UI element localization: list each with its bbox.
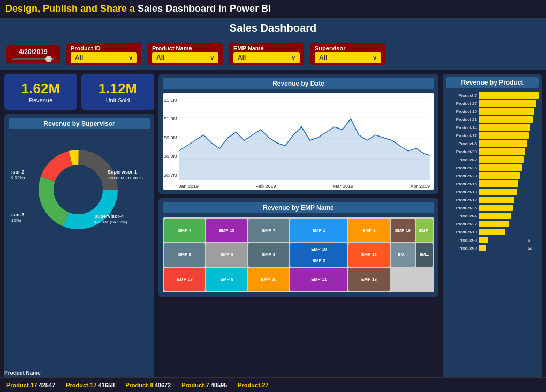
emp-16-cell: EMP-16 bbox=[348, 243, 389, 266]
bar-item: Product-26 bbox=[446, 164, 539, 171]
right-panel: Revenue by Product Product-7Product-27Pr… bbox=[443, 74, 542, 390]
svg-text:0.54%): 0.54%) bbox=[11, 175, 25, 180]
bar-item: Product-7 bbox=[446, 92, 539, 99]
bar-item: Product-17 bbox=[446, 132, 539, 139]
x-axis: Jan 2019 Feb 2019 Mar 2019 Apr 2019 bbox=[179, 184, 430, 189]
bar-item: Product-15 bbox=[446, 108, 539, 115]
svg-point-5 bbox=[61, 172, 95, 207]
line-chart-area: $1.1M $1.0M $0.9M $0.8M $0.7M bbox=[163, 93, 434, 190]
main-content: 1.62M Revenue 1.12M Unit Sold Revenue by… bbox=[0, 70, 546, 392]
status-item-5: Product-27 bbox=[238, 382, 268, 388]
product-id-filter[interactable]: Product ID All bbox=[66, 43, 141, 65]
svg-text:Supervisor-4: Supervisor-4 bbox=[94, 214, 124, 219]
svg-text:Supervisor-1: Supervisor-1 bbox=[108, 169, 137, 175]
bar-item: Product-22 bbox=[446, 221, 539, 227]
bar-item: Product-9$2 bbox=[446, 245, 539, 251]
bar-item: Product-13 bbox=[446, 189, 539, 195]
status-item-2: Product-17 41658 bbox=[66, 382, 115, 388]
y-axis: $1.1M $1.0M $0.9M $0.8M $0.7M bbox=[164, 97, 177, 178]
bar-item: Product-25 bbox=[446, 205, 539, 211]
revenue-by-emp-card: Revenue by EMP Name EMP-4 EMP-15 EMP-7 E… bbox=[158, 198, 438, 297]
emp-13-cell: EMP-13 bbox=[348, 268, 389, 291]
emp-extra2-cell: EM... bbox=[391, 243, 415, 266]
status-item-3: Product-8 40672 bbox=[125, 382, 171, 388]
slider-thumb[interactable] bbox=[46, 56, 52, 62]
revenue-date-title: Revenue by Date bbox=[163, 78, 434, 89]
kpi-row: 1.62M Revenue 1.12M Unit Sold bbox=[4, 74, 154, 110]
emp-6-cell: EMP-6 bbox=[206, 268, 247, 291]
bar-item: Product-2 bbox=[446, 156, 539, 163]
bar-item: Product-16 bbox=[446, 180, 539, 187]
center-panel: Revenue by Date $1.1M $1.0M $0.9M $0.8M … bbox=[158, 74, 438, 390]
supervisor-filter[interactable]: Supervisor All bbox=[310, 43, 385, 65]
emp-10-5-cell: EMP-10 EMP-5 bbox=[290, 243, 347, 266]
donut-chart-svg: Supervisor-1 $30.03M (31.08%) isor-2 0.5… bbox=[9, 133, 158, 240]
unit-sold-label: Unit Sold bbox=[90, 97, 146, 103]
svg-text:$30.03M (31.08%): $30.03M (31.08%) bbox=[108, 176, 143, 180]
bar-item: Product-8$ bbox=[446, 237, 539, 243]
dashboard-title: Sales Dashboard bbox=[4, 22, 542, 34]
bar-item: Product-14 bbox=[446, 124, 539, 131]
left-panel: 1.62M Revenue 1.12M Unit Sold Revenue by… bbox=[4, 74, 154, 390]
product-name-filter[interactable]: Product Name All bbox=[148, 43, 223, 65]
emp-9-cell: EMP-9 bbox=[206, 243, 247, 266]
emp-1-cell: EMP-1 bbox=[290, 219, 347, 242]
top-banner: Design, Publish and Share a Sales Dashbo… bbox=[0, 0, 546, 18]
emp-3-cell: EMP-3 bbox=[164, 243, 205, 266]
svg-text:isor-2: isor-2 bbox=[11, 169, 25, 175]
emp-extra-cell: EMP- bbox=[416, 219, 433, 242]
bar-item: Product-19 bbox=[446, 229, 539, 235]
unit-sold-kpi: 1.12M Unit Sold bbox=[81, 74, 154, 110]
emp-name-filter[interactable]: EMP Name All bbox=[229, 43, 304, 65]
filters-row: 4/20/2019 Product ID All Product Name Al… bbox=[0, 39, 546, 70]
emp-7-cell: EMP-7 bbox=[248, 219, 289, 242]
svg-text:isor-3: isor-3 bbox=[11, 212, 25, 217]
emp-19-cell: EMP-19 bbox=[391, 219, 415, 242]
emp-extra3-cell: EM... bbox=[416, 243, 433, 266]
line-chart-svg bbox=[179, 97, 430, 180]
supervisor-chart-title: Revenue by Supervisor bbox=[9, 118, 150, 129]
emp-4-cell: EMP-4 bbox=[164, 219, 205, 242]
bar-item: Product-4 bbox=[446, 213, 539, 219]
bar-item: Product-28 bbox=[446, 172, 539, 179]
status-bar: Product-17 42547 Product-17 41658 Produc… bbox=[0, 377, 546, 392]
bar-item: Product-21 bbox=[446, 116, 539, 123]
dashboard-header: Sales Dashboard bbox=[0, 18, 546, 39]
revenue-emp-title: Revenue by EMP Name bbox=[163, 202, 434, 213]
svg-text:16%): 16%) bbox=[11, 218, 21, 223]
treemap: EMP-4 EMP-15 EMP-7 EMP-1 EMP-2 EMP-19 EM… bbox=[163, 217, 434, 292]
emp-20-cell: EMP-20 bbox=[248, 268, 289, 291]
emp-8-cell: EMP-8 bbox=[248, 243, 289, 266]
product-name-label: Product Name bbox=[4, 370, 41, 376]
status-item-1: Product-17 42547 bbox=[6, 382, 55, 388]
emp-11-cell: EMP-11 bbox=[290, 268, 347, 291]
bar-item: Product-6 bbox=[446, 140, 539, 147]
svg-text:$23.4M (24.22%): $23.4M (24.22%) bbox=[94, 220, 127, 224]
revenue-product-title: Revenue by Product bbox=[446, 77, 539, 88]
revenue-kpi: 1.62M Revenue bbox=[4, 74, 77, 110]
bar-item: Product-29 bbox=[446, 148, 539, 155]
supervisor-chart: Revenue by Supervisor bbox=[4, 114, 154, 390]
emp-18-cell: EMP-18 bbox=[164, 268, 205, 291]
emp-2-cell: EMP-2 bbox=[348, 219, 389, 242]
bar-item: Product-27 bbox=[446, 100, 539, 107]
revenue-label: Revenue bbox=[13, 97, 69, 103]
revenue-by-date-card: Revenue by Date $1.1M $1.0M $0.9M $0.8M … bbox=[158, 74, 438, 194]
banner-text: Design, Publish and Share a Sales Dashbo… bbox=[5, 3, 271, 14]
emp-15-cell: EMP-15 bbox=[206, 219, 247, 242]
unit-sold-value: 1.12M bbox=[90, 80, 146, 97]
date-slider[interactable] bbox=[12, 58, 55, 60]
revenue-value: 1.62M bbox=[13, 80, 69, 97]
product-bars: Product-7Product-27Product-15Product-21P… bbox=[446, 92, 539, 251]
date-filter[interactable]: 4/20/2019 bbox=[6, 45, 60, 63]
status-item-4: Product-7 40595 bbox=[181, 382, 227, 388]
bar-item: Product-12 bbox=[446, 197, 539, 203]
